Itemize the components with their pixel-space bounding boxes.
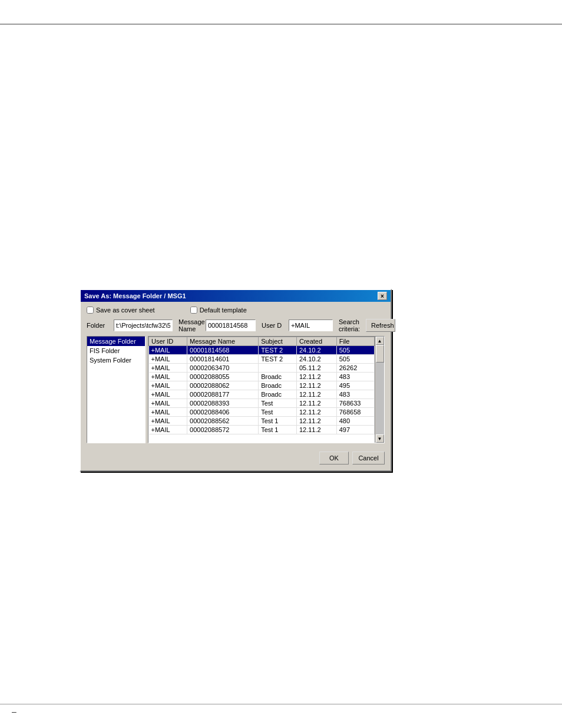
table-scroll-area: User IDMessage NameSubjectCreatedFile+MA…: [148, 337, 384, 443]
table-row[interactable]: +MAIL00002088177Broadc12.11.2483: [149, 390, 375, 399]
folder-item-fis-folder[interactable]: FIS Folder: [87, 346, 145, 355]
cell-subject: Test 1: [259, 417, 297, 426]
cell-userid: +MAIL: [149, 381, 187, 390]
col-header-subject: Subject: [259, 337, 297, 346]
cell-file: 505: [336, 355, 374, 364]
close-button[interactable]: ×: [378, 292, 387, 300]
cell-subject: Broadc: [259, 390, 297, 399]
folder-item-system-folder[interactable]: System Folder: [87, 355, 145, 365]
user-id-input[interactable]: [289, 319, 333, 331]
cell-userid: +MAIL: [149, 417, 187, 426]
col-header-created: Created: [296, 337, 336, 346]
cell-file: 495: [336, 381, 374, 390]
dialog-footer: OK Cancel: [87, 449, 385, 465]
form-fields-row: Folder Message Name User D Search criter…: [87, 318, 385, 332]
cell-subject: [259, 364, 297, 373]
page-background: – Save As: Message Folder / MSG1 × Save …: [0, 0, 562, 728]
cell-userid: +MAIL: [149, 390, 187, 399]
cell-userid: +MAIL: [149, 408, 187, 417]
cell-created: 12.11.2: [296, 408, 336, 417]
cell-file: 480: [336, 417, 374, 426]
col-header-file: File: [336, 337, 374, 346]
table-row[interactable]: +MAIL00001814601TEST 224.10.2505: [149, 355, 375, 364]
folder-label: Folder: [87, 322, 110, 329]
table-row[interactable]: +MAIL00001814568TEST 224.10.2505: [149, 346, 375, 355]
cell-created: 12.11.2: [296, 426, 336, 434]
dialog-title: Save As: Message Folder / MSG1: [84, 292, 186, 299]
cell-msgname: 00001814601: [187, 355, 259, 364]
table-row[interactable]: +MAIL00002088572Test 112.11.2497: [149, 426, 375, 434]
folder-item-message-folder[interactable]: Message Folder: [87, 337, 145, 346]
cell-userid: +MAIL: [149, 399, 187, 408]
folder-panel: Message FolderFIS FolderSystem Folder: [87, 336, 146, 443]
table-inner[interactable]: User IDMessage NameSubjectCreatedFile+MA…: [148, 337, 375, 443]
cell-created: 12.11.2: [296, 399, 336, 408]
scrollbar-down-button[interactable]: ▼: [376, 434, 384, 443]
cell-msgname: 00002063470: [187, 364, 259, 373]
cell-msgname: 00002088055: [187, 373, 259, 381]
scrollbar-thumb[interactable]: [376, 345, 384, 363]
table-row[interactable]: +MAIL00002088393Test12.11.2768633: [149, 399, 375, 408]
col-header-userid: User ID: [149, 337, 187, 346]
ok-button[interactable]: OK: [319, 452, 349, 465]
cell-userid: +MAIL: [149, 355, 187, 364]
table-row[interactable]: +MAIL00002088562Test 112.11.2480: [149, 417, 375, 426]
cell-subject: TEST 2: [259, 346, 297, 355]
cell-file: 505: [336, 346, 374, 355]
table-row[interactable]: +MAIL00002088406Test12.11.2768658: [149, 408, 375, 417]
bottom-dash: –: [12, 707, 16, 716]
cell-subject: Test: [259, 399, 297, 408]
default-template-label[interactable]: Default template: [190, 307, 247, 314]
cell-file: 26262: [336, 364, 374, 373]
cancel-button[interactable]: Cancel: [352, 452, 385, 465]
cell-created: 12.11.2: [296, 390, 336, 399]
cell-subject: TEST 2: [259, 355, 297, 364]
cell-subject: Broadc: [259, 373, 297, 381]
cell-file: 483: [336, 373, 374, 381]
dialog-titlebar: Save As: Message Folder / MSG1 ×: [81, 290, 391, 302]
cell-userid: +MAIL: [149, 426, 187, 434]
table-row[interactable]: +MAIL0000206347005.11.226262: [149, 364, 375, 373]
message-name-label: Message Name: [178, 318, 202, 332]
cell-created: 12.11.2: [296, 373, 336, 381]
cell-file: 483: [336, 390, 374, 399]
bottom-divider: [0, 704, 562, 704]
cell-userid: +MAIL: [149, 373, 187, 381]
save-as-dialog: Save As: Message Folder / MSG1 × Save as…: [80, 289, 392, 472]
cell-msgname: 00002088393: [187, 399, 259, 408]
cell-created: 24.10.2: [296, 355, 336, 364]
user-id-label: User D: [262, 322, 285, 329]
cell-file: 768633: [336, 399, 374, 408]
scrollbar: ▲ ▼: [375, 337, 384, 443]
dialog-body: Save as cover sheet Default template Fol…: [81, 302, 391, 470]
table-row[interactable]: +MAIL00002088055Broadc12.11.2483: [149, 373, 375, 381]
save-as-cover-sheet-label[interactable]: Save as cover sheet: [87, 307, 155, 314]
cell-msgname: 00002088406: [187, 408, 259, 417]
folder-input[interactable]: [114, 319, 173, 331]
message-name-input[interactable]: [206, 319, 256, 331]
cell-created: 12.11.2: [296, 417, 336, 426]
cell-msgname: 00001814568: [187, 346, 259, 355]
col-header-msgname: Message Name: [187, 337, 259, 346]
cell-subject: Test 1: [259, 426, 297, 434]
top-divider: [0, 24, 562, 25]
scrollbar-up-button[interactable]: ▲: [376, 337, 384, 345]
cell-created: 12.11.2: [296, 381, 336, 390]
cell-file: 497: [336, 426, 374, 434]
default-template-checkbox[interactable]: [190, 307, 197, 314]
save-as-cover-sheet-checkbox[interactable]: [87, 307, 94, 314]
refresh-button[interactable]: Refresh: [366, 319, 395, 332]
cell-msgname: 00002088177: [187, 390, 259, 399]
cell-subject: Test: [259, 408, 297, 417]
content-area: Message FolderFIS FolderSystem Folder Us…: [87, 336, 385, 443]
cell-msgname: 00002088062: [187, 381, 259, 390]
cell-created: 24.10.2: [296, 346, 336, 355]
cell-msgname: 00002088562: [187, 417, 259, 426]
cell-msgname: 00002088572: [187, 426, 259, 434]
cell-created: 05.11.2: [296, 364, 336, 373]
checkbox-row: Save as cover sheet Default template: [87, 307, 385, 314]
table-container: User IDMessage NameSubjectCreatedFile+MA…: [148, 336, 385, 443]
cell-file: 768658: [336, 408, 374, 417]
cell-userid: +MAIL: [149, 364, 187, 373]
table-row[interactable]: +MAIL00002088062Broadc12.11.2495: [149, 381, 375, 390]
